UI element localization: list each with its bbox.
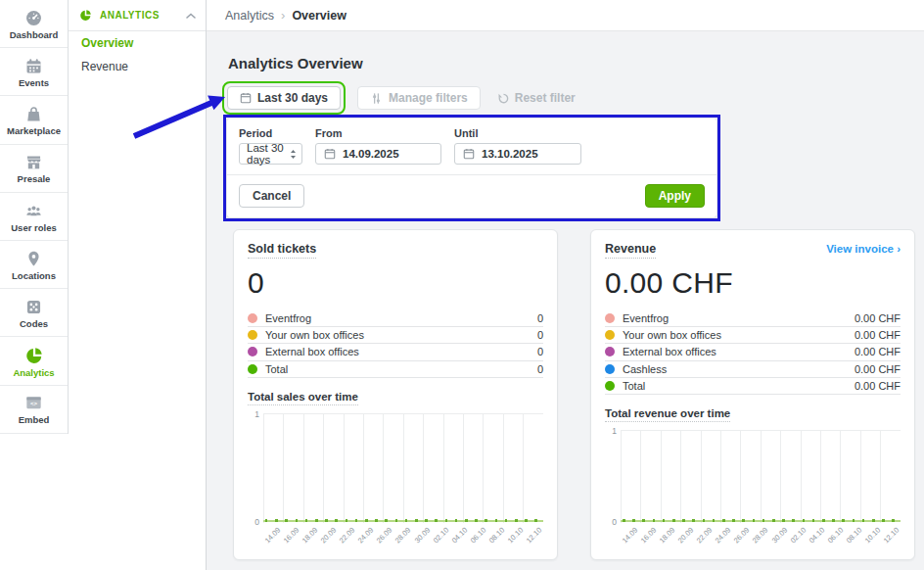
x-tick-label: 12.10	[519, 520, 549, 550]
subsidebar-header[interactable]: ANALYTICS	[69, 0, 206, 31]
revenue-title: Revenue	[605, 242, 656, 259]
svg-text:<>: <>	[30, 401, 38, 407]
sold-tickets-title: Sold tickets	[248, 242, 316, 259]
sidebar-item-presale[interactable]: Presale	[0, 145, 68, 193]
legend-color-dot	[248, 330, 257, 340]
content-area: Analytics Overview Last 30 days	[207, 31, 924, 570]
analytics-cards: Sold tickets 0 Eventfrog 0	[233, 229, 924, 560]
sales-chart-plot	[263, 413, 543, 523]
chevron-up-icon[interactable]	[186, 13, 196, 19]
legend-label: Total	[623, 380, 645, 392]
x-axis-labels: 14.09 16.09 18.09 20.09 22.09 24.09	[621, 523, 901, 547]
sidebar-item-label: Presale	[18, 174, 51, 184]
sidebar-item-label: Codes	[20, 319, 48, 329]
period-label: Period	[239, 127, 302, 139]
period-select[interactable]: Last 30 days	[239, 143, 302, 165]
subsidebar-title: ANALYTICS	[100, 10, 179, 21]
revenue-card: Revenue View invoice › 0.00 CHF Eventfro…	[590, 229, 915, 560]
legend-color-dot	[248, 313, 257, 323]
sidebar-item-embed[interactable]: <> Embed	[0, 386, 68, 434]
manage-filters-button[interactable]: Manage filters	[357, 86, 481, 110]
date-range-button[interactable]: Last 30 days	[227, 86, 341, 110]
legend-row: Total 0.00 CHF	[605, 378, 901, 395]
sidebar-item-analytics[interactable]: Analytics	[0, 337, 68, 385]
legend-color-dot	[605, 330, 615, 340]
legend-label: Cashless	[623, 363, 667, 375]
stepper-icon	[290, 149, 297, 160]
legend-color-dot	[248, 364, 257, 374]
sidebar-item-label: Analytics	[13, 368, 54, 378]
manage-filters-label: Manage filters	[389, 91, 468, 105]
legend-color-dot	[605, 381, 615, 391]
legend-value: 0	[537, 346, 543, 357]
people-group-icon	[23, 201, 44, 221]
from-date-input[interactable]	[315, 143, 441, 165]
sidebar-item-label: User roles	[11, 223, 56, 233]
legend-value: 0	[537, 363, 543, 375]
legend-value: 0.00 CHF	[855, 346, 901, 357]
analytics-overview-page: { "colors": { "green": "#5cb404", "green…	[0, 0, 924, 570]
legend-row: External box offices 0.00 CHF	[605, 344, 901, 360]
legend-value: 0.00 CHF	[855, 363, 901, 375]
cancel-button[interactable]: Cancel	[239, 184, 304, 208]
breadcrumb-current: Overview	[292, 9, 346, 23]
legend-label: External box offices	[265, 346, 359, 357]
reset-icon	[497, 92, 510, 105]
subsidebar-item-overview[interactable]: Overview	[69, 31, 206, 55]
dashboard-gauge-icon	[23, 8, 44, 28]
sidebar-item-marketplace[interactable]: Marketplace	[0, 96, 68, 144]
breadcrumb-analytics[interactable]: Analytics	[225, 9, 274, 23]
legend-value: 0.00 CHF	[855, 329, 901, 341]
filter-toolbar: Last 30 days Manage filters Reset filter	[227, 86, 924, 110]
storefront-icon	[23, 152, 44, 172]
date-filter-panel-wrap: Period Last 30 days From	[227, 119, 716, 217]
breadcrumb: Analytics › Overview	[207, 0, 924, 31]
legend-row: Cashless 0.00 CHF	[605, 361, 901, 378]
dice-icon	[23, 297, 44, 317]
sidebar-item-label: Events	[19, 78, 49, 88]
reset-filter-label: Reset filter	[515, 91, 576, 105]
icon-rail: Dashboard Events Marketplace Presale	[0, 0, 69, 570]
legend-row: External box offices 0	[248, 344, 543, 360]
until-date-value[interactable]	[482, 148, 573, 160]
legend-color-dot	[605, 347, 615, 356]
period-select-value: Last 30 days	[247, 142, 290, 166]
subsidebar-item-revenue[interactable]: Revenue	[69, 55, 206, 78]
legend-label: External box offices	[623, 346, 716, 357]
pie-chart-icon	[23, 345, 45, 366]
apply-button[interactable]: Apply	[645, 184, 705, 208]
sidebar-item-locations[interactable]: Locations	[0, 241, 68, 289]
legend-row: Eventfrog 0.00 CHF	[605, 310, 901, 327]
view-invoice-link[interactable]: View invoice ›	[826, 243, 901, 255]
x-axis-labels: 14.09 16.09 18.09 20.09 22.09 24.09	[263, 523, 543, 547]
until-field: Until	[454, 127, 581, 165]
reset-filter-button[interactable]: Reset filter	[497, 86, 576, 110]
revenue-chart-plot	[621, 430, 901, 523]
sidebar-item-codes[interactable]: Codes	[0, 289, 68, 337]
from-field: From	[315, 127, 441, 165]
legend-label: Eventfrog	[265, 312, 311, 324]
sidebar-item-label: Dashboard	[10, 30, 59, 40]
sidebar-item-events[interactable]: Events	[0, 48, 68, 96]
icon-rail-items: Dashboard Events Marketplace Presale	[0, 0, 69, 434]
legend-label: Your own box offices	[265, 329, 364, 341]
calendar-icon	[463, 148, 475, 160]
analytics-subsidebar: ANALYTICS Overview Revenue	[69, 0, 207, 570]
sold-tickets-legend: Eventfrog 0 Your own box offices 0	[248, 310, 543, 378]
calendar-icon	[240, 92, 252, 104]
sidebar-item-user-roles[interactable]: User roles	[0, 193, 68, 241]
until-date-input[interactable]	[454, 143, 581, 165]
y-axis: 1 0	[248, 413, 263, 523]
sales-chart-section: Total sales over time 1 0	[248, 391, 543, 547]
legend-value: 0	[537, 329, 543, 341]
sold-tickets-card: Sold tickets 0 Eventfrog 0	[233, 229, 558, 560]
legend-row: Eventfrog 0	[248, 310, 543, 327]
app-window: Dashboard Events Marketplace Presale	[0, 0, 924, 570]
period-field: Period Last 30 days	[239, 127, 302, 165]
sidebar-item-label: Embed	[19, 415, 50, 425]
sales-chart-title: Total sales over time	[248, 391, 358, 405]
calendar-icon	[324, 148, 336, 160]
sidebar-item-dashboard[interactable]: Dashboard	[0, 0, 68, 48]
from-date-value[interactable]	[343, 148, 433, 160]
sold-tickets-total: 0	[248, 266, 543, 300]
